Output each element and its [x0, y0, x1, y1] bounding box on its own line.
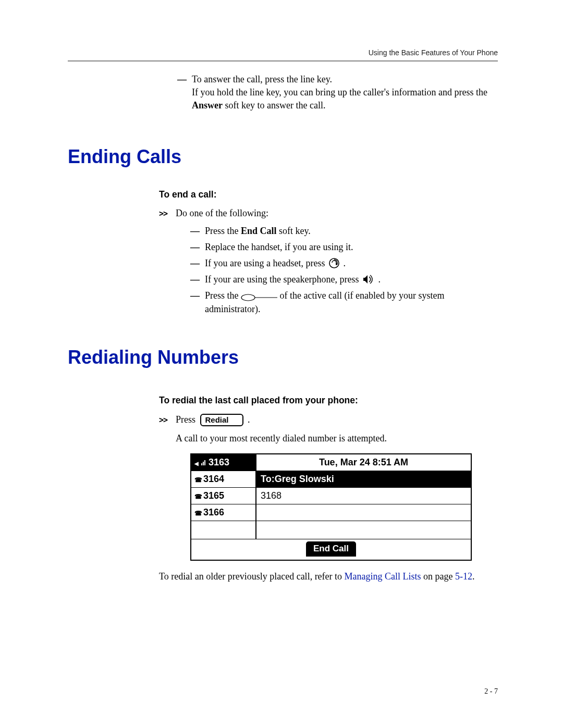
intro-text: To answer the call, press the line key. … [192, 73, 500, 113]
end-opt-3: If you are using a headset, press . [190, 257, 500, 270]
press-text: Press [176, 414, 198, 425]
header-rule [68, 60, 498, 61]
dash-bullet [190, 225, 205, 238]
screen-row-1: 3163 Tue, Mar 24 8:51 AM [191, 454, 471, 471]
line-key-icon [241, 292, 277, 299]
softkey-end-call: End Call [306, 541, 356, 557]
line2-ext: 3164 [203, 473, 224, 486]
opt-text: Replace the handset, if you are using it… [205, 241, 500, 254]
page-header: Using the Basic Features of Your Phone [369, 48, 498, 58]
page-number: 2 - 7 [484, 686, 498, 697]
screen-blank-row [191, 521, 471, 539]
intro-line2c: soft key to answer the call. [223, 100, 325, 110]
line-key-2: 3164 [191, 471, 256, 487]
ft-a: To redial an older previously placed cal… [159, 571, 345, 582]
screen-row-4: 3166 [191, 504, 471, 521]
call-to-row: To:Greg Slowski [256, 471, 471, 487]
phone-icon [194, 489, 201, 502]
t: Press the [205, 290, 241, 301]
line4-ext: 3166 [203, 506, 224, 519]
opt-text: If your are using the speakerphone, pres… [205, 273, 500, 286]
screen-row-2: 3164 To:Greg Slowski [191, 471, 471, 488]
period: . [378, 274, 381, 285]
answer-keyword: Answer [192, 100, 223, 110]
intro-item: To answer the call, press the line key. … [177, 73, 500, 113]
dash-bullet [177, 73, 192, 113]
screen-row-3: 3165 3168 [191, 488, 471, 504]
phone-screen-figure: 3163 Tue, Mar 24 8:51 AM 3164 To:Greg Sl… [190, 453, 500, 561]
step-body: Do one of the following: [176, 207, 500, 220]
redial-button-icon: Redial [200, 414, 243, 426]
phone-icon [194, 473, 201, 486]
blank-left [191, 521, 256, 539]
blank-right [256, 521, 471, 539]
redial-footer-para: To redial an older previously placed cal… [159, 570, 500, 583]
dash-bullet [190, 241, 205, 254]
t: If you are using a headset, press [205, 258, 327, 268]
subhead-end-call: To end a call: [159, 188, 500, 201]
dash-bullet [190, 273, 205, 286]
opt-text: If you are using a headset, press . [205, 257, 500, 270]
redial-after: A call to your most recently dialed numb… [176, 432, 387, 445]
dash-bullet [190, 289, 205, 315]
intro-list: To answer the call, press the line key. … [177, 73, 500, 113]
end-opt-2: Replace the handset, if you are using it… [190, 241, 500, 254]
heading-ending-calls: Ending Calls [68, 144, 500, 170]
line-key-4: 3166 [191, 504, 256, 521]
subhead-redial: To redial the last call placed from your… [159, 394, 500, 407]
period: . [248, 414, 250, 425]
opt-text: Press the End Call soft key. [205, 225, 500, 238]
period: . [343, 258, 346, 268]
empty-cell [256, 504, 471, 521]
intro-line1: To answer the call, press the line key. [192, 74, 332, 84]
dash-bullet [190, 257, 205, 270]
speaker-icon [362, 274, 375, 285]
screen-datetime: Tue, Mar 24 8:51 AM [256, 454, 471, 471]
end-opt-4: If your are using the speakerphone, pres… [190, 273, 500, 286]
ft-b: on page [421, 571, 455, 582]
ending-options: Press the End Call soft key. Replace the… [190, 225, 500, 316]
svg-rect-4 [201, 463, 202, 465]
link-page-ref[interactable]: 5-12 [455, 571, 472, 582]
t: Press the [205, 226, 241, 236]
phone-screen: 3163 Tue, Mar 24 8:51 AM 3164 To:Greg Sl… [190, 453, 472, 561]
svg-rect-5 [203, 462, 204, 465]
step-press-redial: >> Press Redial . A call to your most re… [159, 413, 500, 445]
svg-point-2 [241, 294, 255, 301]
signal-bars-icon [201, 459, 206, 465]
line-key-1: 3163 [191, 454, 256, 471]
link-managing-call-lists[interactable]: Managing Call Lists [345, 571, 421, 582]
opt-text: Press the of the active call (if enabled… [205, 289, 500, 315]
softkey-row: End Call [191, 539, 471, 560]
step-body: Press Redial . A call to your most recen… [176, 413, 500, 445]
step-arrow: >> [159, 415, 176, 447]
end-opt-1: Press the End Call soft key. [190, 225, 500, 238]
svg-rect-1 [336, 263, 337, 265]
t2: soft key. [277, 226, 311, 236]
line1-ext: 3163 [209, 456, 229, 469]
intro-line2a: If you hold the line key, you can bring … [192, 87, 487, 97]
ft-c: . [472, 571, 475, 582]
svg-rect-6 [204, 460, 205, 465]
phone-icon [194, 506, 201, 519]
line3-ext: 3165 [203, 489, 224, 502]
step-arrow: >> [159, 208, 176, 221]
end-opt-5: Press the of the active call (if enabled… [190, 289, 500, 315]
heading-redialing: Redialing Numbers [68, 344, 500, 371]
step-do-one: >> Do one of the following: [159, 207, 500, 220]
headset-icon [328, 257, 340, 269]
end-call-keyword: End Call [241, 226, 277, 236]
t: If your are using the speakerphone, pres… [205, 274, 361, 285]
active-call-icon [194, 456, 199, 469]
dialed-number: 3168 [256, 488, 471, 504]
line-key-3: 3165 [191, 488, 256, 504]
